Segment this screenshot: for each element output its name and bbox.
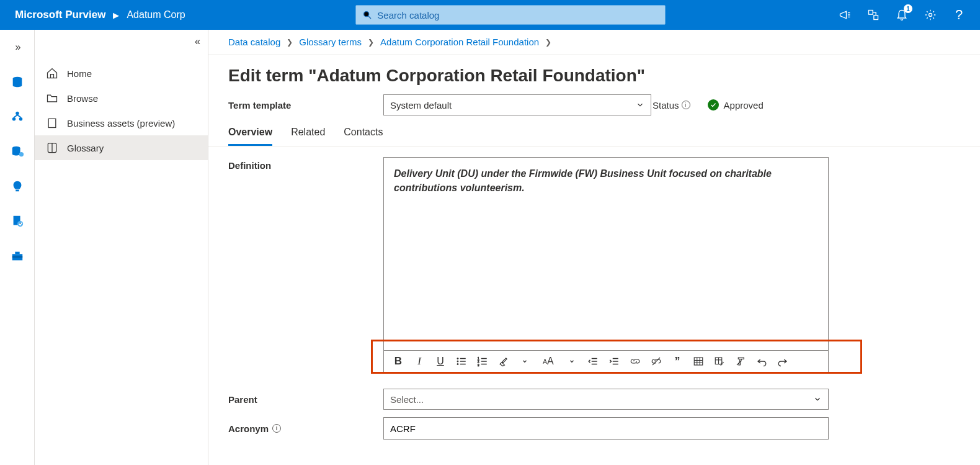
term-template-select[interactable]: System default <box>383 94 651 115</box>
undo-button[interactable] <box>755 354 768 368</box>
rail-insights[interactable] <box>7 176 27 196</box>
nav-label: Home <box>67 68 92 79</box>
clear-format-button[interactable] <box>734 354 747 368</box>
svg-point-22 <box>457 358 458 359</box>
search-placeholder: Search catalog <box>377 10 439 20</box>
parent-select[interactable]: Select... <box>383 389 829 410</box>
clear-format-icon <box>735 356 746 367</box>
highlight-icon <box>498 356 509 367</box>
svg-rect-2 <box>869 11 873 15</box>
nav-glossary[interactable]: Glossary <box>35 135 208 160</box>
table-button[interactable] <box>692 354 705 368</box>
indent-button[interactable] <box>607 354 621 368</box>
svg-point-7 <box>12 117 16 121</box>
tab-related[interactable]: Related <box>291 127 325 146</box>
settings-button[interactable] <box>922 6 939 24</box>
info-icon[interactable]: i <box>272 424 281 433</box>
tab-contacts[interactable]: Contacts <box>344 127 383 146</box>
italic-button[interactable]: I <box>412 354 426 368</box>
redo-button[interactable] <box>776 354 790 368</box>
chevron-right-icon: ❯ <box>368 38 374 47</box>
svg-rect-15 <box>15 252 19 255</box>
nav-business-assets[interactable]: Business assets (preview) <box>35 111 208 135</box>
page-title: Edit term "Adatum Corporation Retail Fou… <box>208 55 980 94</box>
rail-expand-button[interactable]: » <box>8 37 28 57</box>
acronym-input[interactable] <box>383 417 829 440</box>
table-edit-button[interactable] <box>713 354 726 368</box>
home-icon <box>46 67 58 79</box>
svg-point-24 <box>457 363 458 364</box>
folder-icon <box>46 92 58 104</box>
parent-label: Parent <box>228 394 383 405</box>
rail-data-share[interactable] <box>7 142 27 161</box>
breadcrumb-current-term[interactable]: Adatum Corporation Retail Foundation <box>380 37 539 47</box>
tab-overview[interactable]: Overview <box>228 127 272 146</box>
notification-badge: 1 <box>904 4 912 13</box>
building-icon <box>46 117 58 129</box>
search-input[interactable]: Search catalog <box>355 5 666 25</box>
status-value[interactable]: Approved <box>724 100 764 111</box>
highlight-button[interactable] <box>497 354 510 368</box>
breadcrumb-data-catalog[interactable]: Data catalog <box>228 37 280 47</box>
rail-data-map[interactable] <box>7 107 27 127</box>
gear-icon <box>924 9 937 21</box>
svg-line-1 <box>368 16 371 19</box>
rail-management[interactable] <box>7 246 27 266</box>
svg-text:3: 3 <box>478 363 479 367</box>
top-bar: Microsoft Purview ▶ Adatum Corp Search c… <box>0 0 980 30</box>
numbered-list-icon: 123 <box>477 356 488 367</box>
bold-button[interactable]: B <box>391 354 405 368</box>
bulleted-list-button[interactable] <box>455 354 468 368</box>
list-icon <box>456 356 467 367</box>
help-button[interactable]: ? <box>950 6 968 24</box>
main-content: Data catalog ❯ Glossary terms ❯ Adatum C… <box>208 30 980 465</box>
redo-icon <box>777 356 788 367</box>
font-size-button[interactable]: AA <box>539 354 558 368</box>
nav-home[interactable]: Home <box>35 61 208 86</box>
svg-point-4 <box>929 14 932 17</box>
book-icon <box>46 142 58 154</box>
acronym-label: Acronym <box>228 423 269 434</box>
underline-button[interactable]: U <box>434 354 447 368</box>
approved-icon <box>708 99 719 111</box>
outdent-button[interactable] <box>586 354 600 368</box>
collapse-icon: « <box>195 36 200 47</box>
info-icon[interactable]: i <box>682 101 690 109</box>
chevron-down-icon <box>636 101 644 109</box>
notifications-button[interactable]: 1 <box>893 6 911 24</box>
breadcrumb-glossary-terms[interactable]: Glossary terms <box>299 37 362 47</box>
diagnostics-button[interactable] <box>865 6 882 24</box>
term-template-label: Term template <box>228 100 383 111</box>
chevron-down-icon <box>569 356 575 367</box>
sidenav-collapse-button[interactable]: « <box>195 36 200 47</box>
app-title-block: Microsoft Purview ▶ Adatum Corp <box>0 9 185 21</box>
status-label: Status <box>653 100 679 111</box>
tenant-name[interactable]: Adatum Corp <box>127 9 185 20</box>
definition-text[interactable]: Delivery Unit (DU) under the Firmwide (F… <box>384 158 828 350</box>
svg-point-6 <box>16 112 19 115</box>
term-template-value: System default <box>390 100 452 111</box>
rail-policy[interactable] <box>7 211 27 231</box>
unlink-icon <box>651 356 662 367</box>
diagnostics-icon <box>867 9 880 21</box>
indent-icon <box>608 356 620 367</box>
svg-line-40 <box>653 358 660 365</box>
toolbox-icon <box>11 249 24 263</box>
chevron-down-icon <box>522 356 528 367</box>
highlight-dropdown[interactable] <box>518 354 532 368</box>
parent-placeholder: Select... <box>390 394 424 405</box>
unlink-button[interactable] <box>649 354 663 368</box>
link-icon <box>630 356 641 367</box>
nav-label: Browse <box>67 93 98 104</box>
chevron-right-icon: ❯ <box>287 38 293 47</box>
definition-editor[interactable]: Delivery Unit (DU) under the Firmwide (F… <box>383 157 829 372</box>
quote-button[interactable]: ” <box>670 354 684 368</box>
app-name: Microsoft Purview <box>15 9 105 21</box>
feedback-button[interactable] <box>836 6 853 24</box>
nav-browse[interactable]: Browse <box>35 86 208 111</box>
numbered-list-button[interactable]: 123 <box>476 354 489 368</box>
svg-point-0 <box>364 12 369 17</box>
rail-data-catalog[interactable] <box>7 72 27 92</box>
link-button[interactable] <box>628 354 642 368</box>
font-size-dropdown[interactable] <box>565 354 579 368</box>
